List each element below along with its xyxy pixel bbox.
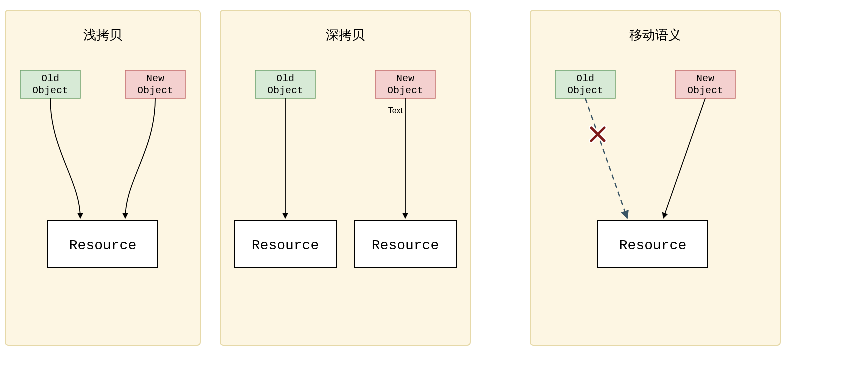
resource-box: Resource bbox=[48, 220, 158, 268]
old-object-box: Old Object bbox=[20, 70, 80, 98]
new-object-line1: New bbox=[396, 73, 414, 84]
resource-box-2: Resource bbox=[354, 220, 456, 268]
new-object-line1: New bbox=[146, 73, 164, 84]
resource-box-1: Resource bbox=[234, 220, 336, 268]
new-object-box: New Object bbox=[375, 70, 435, 98]
old-object-line1: Old bbox=[41, 73, 59, 84]
old-object-line1: Old bbox=[576, 73, 594, 84]
old-object-line2: Object bbox=[32, 85, 68, 96]
panel-title: 深拷贝 bbox=[326, 27, 365, 42]
panel-bg bbox=[220, 10, 470, 345]
resource-label: Resource bbox=[69, 238, 136, 253]
resource-label-2: Resource bbox=[372, 238, 439, 253]
old-object-box: Old Object bbox=[555, 70, 615, 98]
old-object-box: Old Object bbox=[255, 70, 315, 98]
old-object-line2: Object bbox=[567, 85, 603, 96]
panel-deep-copy: 深拷贝 Old Object New Object Resource Resou… bbox=[220, 10, 470, 345]
panel-bg bbox=[5, 10, 200, 345]
panel-shallow-copy: 浅拷贝 Old Object New Object Resource bbox=[5, 10, 200, 345]
resource-label-1: Resource bbox=[252, 238, 319, 253]
panel-title: 浅拷贝 bbox=[83, 27, 122, 42]
resource-label: Resource bbox=[619, 238, 686, 253]
panel-title: 移动语义 bbox=[629, 27, 681, 42]
panel-bg bbox=[530, 10, 780, 345]
deep-arrow-label: Text bbox=[388, 106, 403, 115]
panel-move-semantics: 移动语义 Old Object New Object Resource bbox=[530, 10, 780, 345]
new-object-line1: New bbox=[696, 73, 714, 84]
resource-box: Resource bbox=[598, 220, 708, 268]
old-object-line1: Old bbox=[276, 73, 294, 84]
new-object-box: New Object bbox=[125, 70, 185, 98]
new-object-line2: Object bbox=[687, 85, 723, 96]
new-object-box: New Object bbox=[675, 70, 735, 98]
new-object-line2: Object bbox=[137, 85, 173, 96]
old-object-line2: Object bbox=[267, 85, 303, 96]
new-object-line2: Object bbox=[387, 85, 423, 96]
